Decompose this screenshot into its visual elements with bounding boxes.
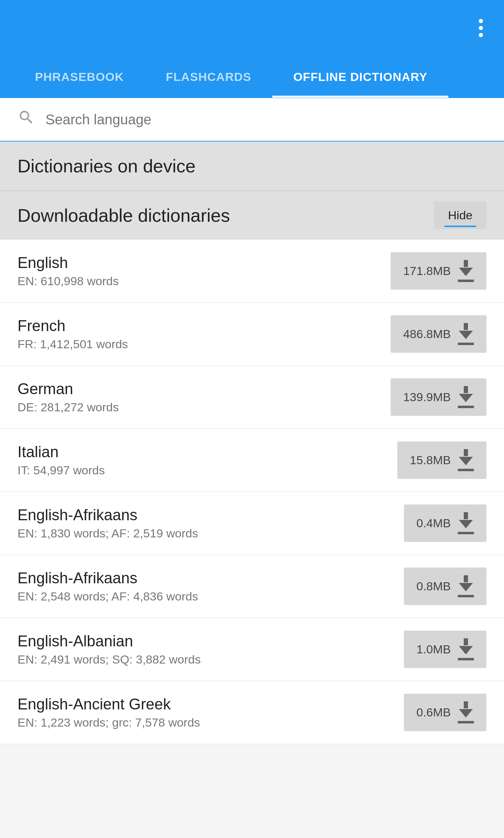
download-icon <box>458 512 474 534</box>
dict-name: English-Afrikaans <box>18 506 198 524</box>
on-device-title: Dictionaries on device <box>18 156 196 176</box>
hide-button[interactable]: Hide <box>434 201 486 229</box>
on-device-section-header: Dictionaries on device <box>0 142 504 191</box>
tab-bar: PHRASEBOOK FLASHCARDS OFFLINE DICTIONARY <box>0 56 504 98</box>
downloadable-title: Downloadable dictionaries <box>18 205 230 226</box>
dict-name: English-Ancient Greek <box>18 695 200 713</box>
search-input[interactable] <box>46 112 486 128</box>
more-options-icon[interactable] <box>479 19 483 37</box>
table-row: English-Afrikaans EN: 1,830 words; AF: 2… <box>0 492 504 555</box>
dict-name: English-Albanian <box>18 632 201 650</box>
tab-offline-dictionary[interactable]: OFFLINE DICTIONARY <box>272 56 448 98</box>
downloadable-section-header: Downloadable dictionaries Hide <box>0 191 504 240</box>
dict-meta: EN: 2,548 words; AF: 4,836 words <box>18 590 198 603</box>
dict-name: French <box>18 317 128 335</box>
table-row: Italian IT: 54,997 words 15.8MB <box>0 429 504 492</box>
download-icon <box>458 386 474 408</box>
dict-meta: EN: 1,223 words; grc: 7,578 words <box>18 716 200 729</box>
dict-name: English <box>18 254 119 272</box>
download-button[interactable]: 139.9MB <box>391 378 486 416</box>
dictionary-list: English EN: 610,998 words 171.8MB French… <box>0 240 504 744</box>
dict-meta: IT: 54,997 words <box>18 463 105 477</box>
download-button[interactable]: 0.8MB <box>404 568 486 605</box>
download-button[interactable]: 0.6MB <box>404 694 486 731</box>
dict-meta: FR: 1,412,501 words <box>18 337 128 351</box>
download-button[interactable]: 1.0MB <box>404 631 486 668</box>
tab-phrasebook[interactable]: PHRASEBOOK <box>14 56 145 98</box>
download-button[interactable]: 0.4MB <box>404 504 486 542</box>
download-button[interactable]: 486.8MB <box>391 315 486 353</box>
dict-name: German <box>18 380 119 398</box>
download-button[interactable]: 171.8MB <box>391 252 486 290</box>
table-row: German DE: 281,272 words 139.9MB <box>0 366 504 429</box>
table-row: English-Ancient Greek EN: 1,223 words; g… <box>0 681 504 744</box>
search-icon <box>18 109 35 130</box>
dict-meta: EN: 610,998 words <box>18 274 119 288</box>
table-row: English EN: 610,998 words 171.8MB <box>0 240 504 303</box>
download-icon <box>458 701 474 723</box>
app-bar <box>0 0 504 56</box>
download-icon <box>458 260 474 282</box>
download-icon <box>458 575 474 597</box>
download-icon <box>458 638 474 660</box>
search-bar <box>0 98 504 142</box>
download-button[interactable]: 15.8MB <box>397 441 486 479</box>
dict-name: Italian <box>18 443 105 461</box>
download-icon <box>458 323 474 345</box>
dict-meta: EN: 1,830 words; AF: 2,519 words <box>18 527 198 540</box>
table-row: English-Afrikaans EN: 2,548 words; AF: 4… <box>0 555 504 618</box>
table-row: English-Albanian EN: 2,491 words; SQ: 3,… <box>0 618 504 681</box>
tab-flashcards[interactable]: FLASHCARDS <box>145 56 272 98</box>
download-icon <box>458 449 474 471</box>
dict-meta: DE: 281,272 words <box>18 400 119 414</box>
table-row: French FR: 1,412,501 words 486.8MB <box>0 303 504 366</box>
dict-name: English-Afrikaans <box>18 569 198 587</box>
dict-meta: EN: 2,491 words; SQ: 3,882 words <box>18 653 201 666</box>
